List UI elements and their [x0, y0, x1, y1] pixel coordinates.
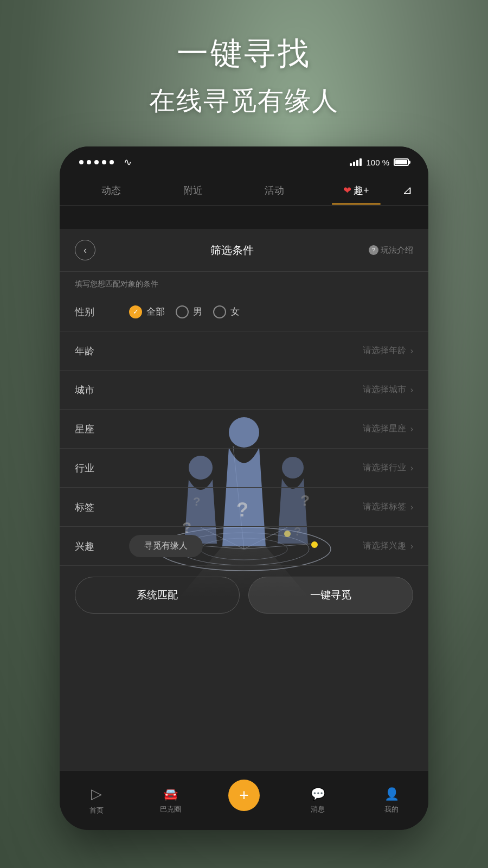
radio-male-label: 男: [193, 305, 202, 318]
home-icon: ▷: [91, 786, 102, 802]
interest-badge[interactable]: 寻觅有缘人: [129, 535, 203, 557]
zodiac-placeholder: 请选择星座: [363, 423, 406, 435]
add-icon: +: [239, 786, 249, 805]
radio-female-label: 女: [230, 305, 240, 318]
bakuquan-label: 巴克圈: [160, 805, 181, 814]
tab-fujin[interactable]: 附近: [152, 178, 234, 205]
radio-female[interactable]: [213, 305, 226, 318]
message-label: 消息: [311, 805, 325, 814]
wifi-icon: ∿: [124, 156, 132, 168]
interest-chevron: ›: [410, 541, 413, 551]
industry-chevron: ›: [410, 463, 413, 473]
tags-chevron: ›: [410, 502, 413, 512]
filter-label-age: 年龄: [75, 344, 118, 358]
zodiac-value-area: 请选择星座 ›: [363, 423, 413, 435]
radio-all[interactable]: [129, 305, 142, 318]
nav-tabs: 动态 附近 活动 ❤ 趣+ ⊿: [60, 174, 428, 206]
city-value-area: 请选择城市 ›: [363, 384, 413, 395]
battery-icon: [394, 158, 409, 166]
status-bar: ∿ 100 %: [60, 146, 428, 174]
signal-dots: [79, 160, 114, 164]
bottom-nav-message[interactable]: 💬 消息: [281, 787, 355, 814]
gender-option-female[interactable]: 女: [213, 305, 240, 318]
filter-row-tags[interactable]: 标签 请选择标签 ›: [60, 488, 428, 527]
system-match-button[interactable]: 系统匹配: [75, 577, 240, 614]
message-icon: 💬: [311, 787, 325, 801]
age-chevron: ›: [410, 346, 413, 356]
add-button[interactable]: +: [228, 780, 260, 811]
age-value-area: 请选择年龄 ›: [363, 345, 413, 356]
bottom-nav-home[interactable]: ▷ 首页: [60, 786, 133, 815]
industry-placeholder: 请选择行业: [363, 462, 406, 474]
tags-value-area: 请选择标签 ›: [363, 501, 413, 513]
bottom-nav-mine[interactable]: 👤 我的: [355, 787, 428, 814]
help-link[interactable]: ? 玩法介绍: [369, 245, 413, 256]
help-icon: ?: [369, 245, 378, 255]
filter-label-zodiac: 星座: [75, 423, 118, 436]
heart-icon: ❤: [343, 184, 351, 196]
interest-placeholder: 请选择兴趣: [363, 540, 406, 552]
filter-row-gender: 性别 全部 男 女: [60, 292, 428, 331]
interest-value-area: 请选择兴趣 ›: [363, 540, 413, 552]
filter-label-city: 城市: [75, 384, 118, 397]
radio-all-label: 全部: [146, 305, 165, 318]
industry-value-area: 请选择行业 ›: [363, 462, 413, 474]
bottom-nav: ▷ 首页 🚘 巴克圈 + 💬 消息 👤 我的: [60, 770, 428, 830]
filter-label-interest: 兴趣: [75, 540, 118, 553]
filter-row-zodiac[interactable]: 星座 请选择星座 ›: [60, 410, 428, 449]
bakuquan-icon: 🚘: [163, 787, 178, 801]
modal-subtitle: 填写您想匹配对象的条件: [60, 272, 428, 292]
tab-qu[interactable]: ❤ 趣+: [316, 178, 397, 205]
filter-rows: 性别 全部 男 女 年: [60, 292, 428, 566]
one-key-button[interactable]: 一键寻觅: [248, 577, 413, 614]
mine-label: 我的: [384, 805, 399, 814]
battery-percentage: 100 %: [366, 158, 389, 167]
radio-male[interactable]: [176, 305, 189, 318]
modal-panel: ‹ 筛选条件 ? 玩法介绍 填写您想匹配对象的条件 性别 全部: [60, 229, 428, 830]
cellular-icon: [350, 158, 362, 166]
city-placeholder: 请选择城市: [363, 384, 406, 395]
zodiac-chevron: ›: [410, 424, 413, 434]
tab-huodong[interactable]: 活动: [234, 178, 316, 205]
headline-line2: 在线寻觅有缘人: [0, 84, 488, 118]
filter-label-gender: 性别: [75, 305, 118, 318]
phone-frame: ∿ 100 % 动态 附近 活动 ❤ 趣: [60, 146, 428, 830]
gender-options: 全部 男 女: [129, 305, 240, 318]
modal-header: ‹ 筛选条件 ? 玩法介绍: [60, 229, 428, 272]
home-label: 首页: [89, 806, 104, 815]
filter-row-city[interactable]: 城市 请选择城市 ›: [60, 371, 428, 410]
filter-button[interactable]: ⊿: [397, 178, 418, 205]
filter-row-industry[interactable]: 行业 请选择行业 ›: [60, 449, 428, 488]
tags-placeholder: 请选择标签: [363, 501, 406, 513]
modal-title: 筛选条件: [210, 243, 254, 258]
age-placeholder: 请选择年龄: [363, 345, 406, 356]
city-chevron: ›: [410, 385, 413, 395]
back-button[interactable]: ‹: [75, 240, 95, 260]
status-right: 100 %: [350, 158, 409, 167]
filter-label-tags: 标签: [75, 501, 118, 514]
tab-dongtai[interactable]: 动态: [70, 178, 152, 205]
bottom-nav-add[interactable]: +: [207, 780, 281, 822]
gender-option-all[interactable]: 全部: [129, 305, 165, 318]
filter-row-interest[interactable]: 兴趣 寻觅有缘人 请选择兴趣 ›: [60, 527, 428, 566]
filter-row-age[interactable]: 年龄 请选择年龄 ›: [60, 331, 428, 371]
top-text-area: 一键寻找 在线寻觅有缘人: [0, 0, 488, 118]
bottom-nav-bakuquan[interactable]: 🚘 巴克圈: [133, 787, 207, 814]
headline-line1: 一键寻找: [0, 33, 488, 75]
help-label: 玩法介绍: [381, 245, 413, 256]
filter-label-industry: 行业: [75, 462, 118, 475]
bottom-buttons: 系统匹配 一键寻觅: [60, 566, 428, 629]
gender-option-male[interactable]: 男: [176, 305, 202, 318]
mine-icon: 👤: [384, 787, 399, 801]
